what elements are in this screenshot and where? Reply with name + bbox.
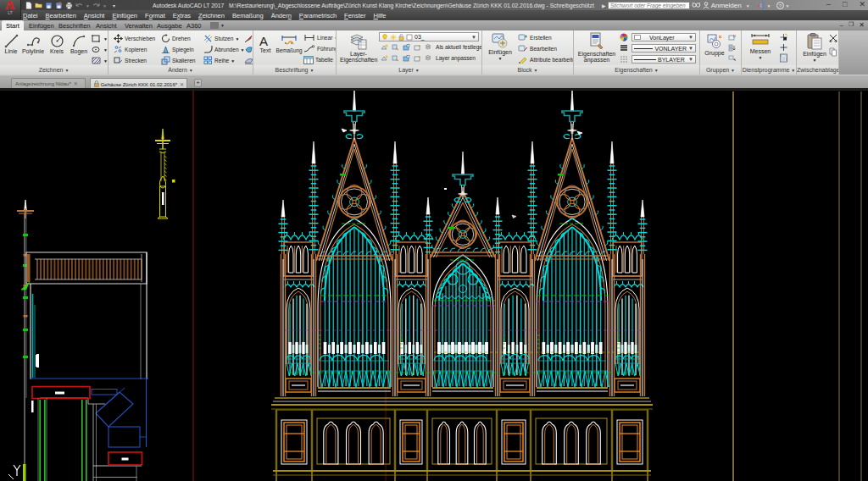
svg-text:A: A xyxy=(259,34,268,47)
svg-text:?: ? xyxy=(778,3,782,8)
